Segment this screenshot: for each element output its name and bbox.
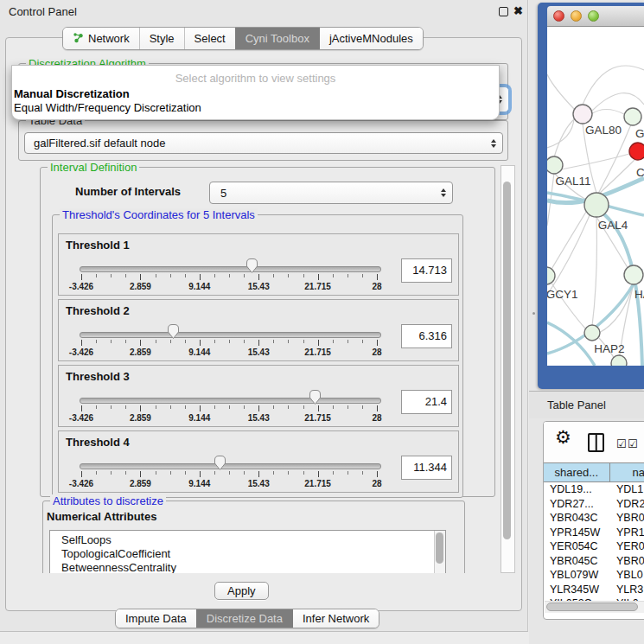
- slider-tick-label: 15.43: [248, 479, 270, 488]
- slider-tick-label: 21.715: [304, 282, 331, 291]
- cell-shared-name: YER054C: [544, 540, 613, 552]
- tab-select[interactable]: Select: [184, 28, 235, 49]
- table-row[interactable]: YBR043CYBR0: [544, 511, 644, 526]
- table-row[interactable]: YER054CYER0: [544, 539, 644, 554]
- attribute-items: SelfLoopsTopologicalCoefficientBetweenne…: [50, 531, 445, 573]
- gear-icon[interactable]: ⚙: [555, 427, 571, 448]
- table-data-combobox[interactable]: galFiltered.sif default node: [24, 132, 503, 154]
- column-view-icon[interactable]: [588, 433, 604, 452]
- threshold-value-field[interactable]: 21.4: [401, 390, 452, 414]
- network-canvas[interactable]: GAL80GACGAL11GAL4GCY1HAHAP2: [547, 27, 644, 366]
- table-row[interactable]: YDR27...YDR2: [544, 497, 644, 512]
- dropdown-option-manual-discretization[interactable]: Manual Discretization: [14, 87, 130, 100]
- table-horizontal-scrollbar[interactable]: [545, 601, 644, 613]
- slider-thumb[interactable]: [245, 258, 258, 274]
- close-traffic-light-icon[interactable]: [553, 10, 564, 22]
- network-node-label: GCY1: [547, 288, 577, 301]
- network-node[interactable]: [611, 355, 627, 366]
- network-node-gal80[interactable]: [573, 105, 592, 124]
- slider-tick: [200, 274, 201, 280]
- list-scrollbar-thumb[interactable]: [436, 532, 443, 564]
- threshold-label: Threshold 3: [66, 370, 130, 383]
- table-row[interactable]: YPR145WYPR1: [544, 526, 644, 540]
- checkbox-checked-icon[interactable]: ☑: [628, 437, 638, 450]
- slider-thumb[interactable]: [309, 389, 322, 405]
- thresholds-group: Threshold's Coordinates for 5 Intervals …: [52, 214, 463, 498]
- slider-tick: [362, 405, 363, 409]
- slider-tick: [229, 274, 230, 277]
- float-window-icon[interactable]: [499, 7, 508, 16]
- table-scrollbar-thumb[interactable]: [546, 603, 638, 611]
- network-node-gal4[interactable]: [584, 193, 609, 217]
- network-edge: [583, 66, 644, 105]
- threshold-value-field[interactable]: 6.316: [401, 324, 452, 348]
- slider-tick: [96, 274, 97, 277]
- slider-tick: [125, 340, 126, 343]
- slider-track[interactable]: [80, 266, 381, 272]
- table-row[interactable]: YDL19...YDL1: [544, 482, 644, 497]
- attributes-group-title: Attributes to discretize: [50, 494, 166, 507]
- tab-label: Infer Network: [303, 612, 369, 625]
- slider-track[interactable]: [80, 398, 381, 404]
- number-of-intervals-combobox[interactable]: 5: [209, 182, 453, 204]
- cell-shared-name: YPR145W: [544, 526, 613, 539]
- table-header-row: shared... na: [544, 462, 644, 482]
- column-header-name[interactable]: na: [610, 463, 644, 481]
- threshold-value-field[interactable]: 11.344: [401, 456, 452, 480]
- network-node-gcy1[interactable]: [547, 267, 555, 284]
- close-icon[interactable]: ✖: [513, 4, 523, 17]
- column-header-shared-name[interactable]: shared...: [544, 463, 610, 481]
- minimize-traffic-light-icon[interactable]: [571, 10, 582, 22]
- tab-impute-data[interactable]: Impute Data: [116, 609, 196, 628]
- tab-discretize-data[interactable]: Discretize Data: [196, 609, 292, 628]
- cyni-toolbox-pane: Discretization Algorithm Select algorith…: [5, 37, 522, 611]
- network-node-gal11[interactable]: [547, 156, 563, 174]
- tab-cyni-toolbox[interactable]: Cyni Toolbox: [235, 28, 319, 49]
- attribute-item-betweennesscentrality[interactable]: BetweennessCentrality: [50, 561, 445, 573]
- network-node-ga[interactable]: [624, 108, 641, 125]
- list-scrollbar[interactable]: [434, 531, 445, 573]
- table-row[interactable]: YBL079WYBL0: [544, 568, 644, 583]
- tab-jactivemnodules[interactable]: jActiveMNodules: [319, 28, 423, 49]
- tab-infer-network[interactable]: Infer Network: [292, 609, 379, 628]
- main-scrollbar[interactable]: [501, 165, 515, 573]
- table-row[interactable]: YLR345WYLR3: [544, 583, 644, 597]
- network-node-ha[interactable]: [624, 265, 643, 284]
- tab-network[interactable]: Network: [63, 28, 139, 49]
- dropdown-option-equal-width-frequency[interactable]: Equal Width/Frequency Discretization: [14, 101, 201, 114]
- tab-style[interactable]: Style: [139, 28, 184, 49]
- slider-tick-label: 2.859: [130, 282, 151, 291]
- numerical-attributes-list[interactable]: SelfLoopsTopologicalCoefficientBetweenne…: [49, 530, 446, 573]
- network-node-c[interactable]: [629, 143, 644, 160]
- split-divider-handle[interactable]: [532, 312, 535, 315]
- slider-tick-label: 21.715: [304, 348, 331, 357]
- slider-track[interactable]: [80, 463, 381, 469]
- apply-button[interactable]: Apply: [214, 582, 269, 600]
- cell-name: YPR1: [613, 526, 644, 539]
- slider-thumb[interactable]: [214, 455, 226, 471]
- slider-track[interactable]: [80, 332, 381, 338]
- threshold-value-field[interactable]: 14.713: [401, 258, 452, 283]
- attribute-item-selfloops[interactable]: SelfLoops: [50, 533, 445, 547]
- slider-tick: [156, 274, 156, 277]
- slider-thumb[interactable]: [167, 323, 180, 340]
- cell-name: YBL0: [613, 569, 644, 581]
- checkbox-checked-icon[interactable]: ☑: [616, 437, 627, 450]
- attribute-item-topologicalcoefficient[interactable]: TopologicalCoefficient: [50, 547, 445, 561]
- network-node-hap2[interactable]: [584, 325, 600, 341]
- network-edge: [592, 217, 596, 326]
- network-node-label: C: [636, 166, 644, 179]
- slider-tick: [111, 274, 112, 277]
- slider-tick: [377, 274, 378, 280]
- slider-tick: [229, 405, 230, 409]
- slider-tick-label: 9.144: [188, 413, 210, 423]
- main-scrollbar-thumb[interactable]: [503, 182, 511, 539]
- slider-tick: [96, 471, 97, 475]
- thresholds-group-title: Threshold's Coordinates for 5 Intervals: [60, 208, 258, 221]
- slider-tick-label: -3.426: [69, 348, 93, 357]
- table-row[interactable]: YBR045CYBR0: [544, 554, 644, 569]
- slider-tick: [140, 274, 141, 280]
- slider-tick: [229, 471, 230, 475]
- slider-tick: [333, 274, 334, 277]
- zoom-traffic-light-icon[interactable]: [588, 10, 599, 22]
